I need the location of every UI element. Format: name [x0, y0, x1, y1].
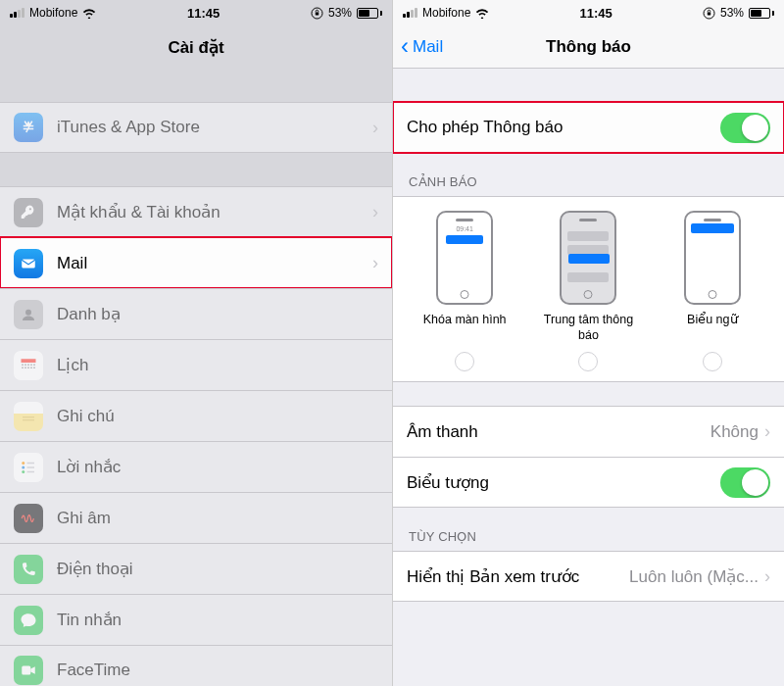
svg-rect-13: [30, 367, 32, 368]
back-button[interactable]: ‹ Mail: [401, 25, 443, 68]
settings-row-mail[interactable]: Mail ›: [0, 237, 392, 288]
alert-option-banners[interactable]: Biểu ngữ: [659, 211, 766, 371]
row-label: Tin nhắn: [57, 610, 378, 630]
phone-icon: [14, 555, 43, 584]
settings-row-notes[interactable]: Ghi chú: [0, 390, 392, 441]
rotation-lock-icon: [703, 7, 715, 20]
mail-icon: [14, 249, 43, 278]
battery-pct: 53%: [720, 6, 744, 20]
rotation-lock-icon: [311, 7, 323, 20]
nav-bar: Cài đặt: [0, 25, 392, 69]
settings-row-reminders[interactable]: Lời nhắc: [0, 441, 392, 492]
alert-label: Trung tâm thông báo: [534, 313, 642, 344]
notifications-screen: Mobifone 11:45 53% ‹ Mail Thông báo Cho …: [392, 0, 784, 686]
contacts-icon: [14, 300, 43, 329]
settings-row-messages[interactable]: Tin nhắn: [0, 594, 392, 645]
show-previews-row[interactable]: Hiển thị Bản xem trước Luôn luôn (Mặc...…: [393, 551, 784, 602]
signal-icon: [10, 8, 24, 18]
facetime-icon: [14, 656, 43, 685]
svg-rect-11: [24, 367, 26, 368]
carrier-label: Mobifone: [29, 6, 77, 20]
settings-row-passwords[interactable]: Mật khẩu & Tài khoản ›: [0, 186, 392, 237]
back-label: Mail: [413, 37, 443, 57]
sounds-row[interactable]: Âm thanh Không ›: [393, 406, 784, 457]
radio-unchecked-icon[interactable]: [703, 352, 722, 371]
radio-unchecked-icon[interactable]: [455, 352, 474, 371]
row-label: Ghi chú: [57, 407, 378, 426]
svg-rect-6: [24, 364, 26, 366]
chevron-right-icon: ›: [764, 566, 770, 587]
settings-row-contacts[interactable]: Danh bạ: [0, 288, 392, 339]
row-label: iTunes & App Store: [57, 118, 372, 137]
svg-rect-4: [22, 359, 36, 363]
svg-point-19: [22, 470, 24, 473]
svg-rect-14: [33, 367, 35, 368]
nav-bar: ‹ Mail Thông báo: [393, 25, 784, 69]
notification-center-preview-icon: [560, 211, 616, 305]
signal-icon: [403, 8, 417, 18]
svg-rect-25: [708, 12, 710, 15]
svg-rect-7: [27, 364, 29, 366]
settings-row-facetime[interactable]: FaceTime: [0, 645, 392, 686]
status-bar: Mobifone 11:45 53%: [393, 0, 784, 25]
voicememos-icon: [14, 504, 43, 533]
notes-icon: [14, 402, 43, 431]
alert-label: Biểu ngữ: [687, 313, 737, 344]
appstore-icon: [14, 113, 43, 142]
battery-pct: 53%: [328, 6, 352, 20]
messages-icon: [14, 606, 43, 635]
row-label: Danh bạ: [57, 304, 378, 324]
settings-row-phone[interactable]: Điện thoại: [0, 543, 392, 594]
row-value: Luôn luôn (Mặc...: [629, 566, 759, 587]
carrier-label: Mobifone: [422, 6, 470, 20]
battery-icon: [749, 8, 774, 19]
allow-notifications-row[interactable]: Cho phép Thông báo: [393, 102, 784, 153]
page-title: Cài đặt: [168, 37, 223, 58]
row-label: Biểu tượng: [407, 472, 720, 493]
row-label: Điện thoại: [57, 559, 378, 579]
wifi-icon: [475, 8, 489, 19]
settings-row-itunes[interactable]: iTunes & App Store ›: [0, 102, 392, 153]
lockscreen-preview-icon: 09:41: [436, 211, 493, 305]
settings-screen: Mobifone 11:45 53% Cài đặt iTunes & App …: [0, 0, 392, 686]
badges-row[interactable]: Biểu tượng: [393, 457, 784, 508]
svg-rect-10: [22, 367, 24, 368]
alerts-section-header: CẢNH BÁO: [393, 153, 784, 196]
alert-label: Khóa màn hình: [423, 313, 507, 344]
chevron-left-icon: ‹: [401, 34, 409, 58]
status-time: 11:45: [187, 6, 220, 21]
svg-point-18: [22, 466, 24, 468]
svg-point-3: [25, 309, 31, 315]
radio-unchecked-icon[interactable]: [578, 352, 598, 371]
svg-rect-9: [33, 364, 35, 366]
svg-rect-12: [27, 367, 29, 368]
alert-styles-group: 09:41 Khóa màn hình Trung tâm thông báo: [393, 196, 784, 382]
allow-notifications-toggle[interactable]: [720, 113, 770, 143]
svg-rect-23: [22, 666, 30, 675]
row-label: FaceTime: [57, 661, 378, 680]
svg-rect-5: [22, 364, 24, 366]
alert-option-lockscreen[interactable]: 09:41 Khóa màn hình: [411, 211, 518, 371]
battery-icon: [357, 8, 382, 19]
chevron-right-icon: ›: [372, 202, 378, 222]
row-label: Cho phép Thông báo: [407, 118, 720, 137]
row-label: Lời nhắc: [57, 457, 378, 477]
row-label: Âm thanh: [407, 422, 710, 442]
reminders-icon: [14, 453, 43, 482]
page-title: Thông báo: [546, 37, 631, 57]
status-time: 11:45: [580, 6, 612, 21]
alert-option-notification-center[interactable]: Trung tâm thông báo: [534, 211, 642, 371]
banner-preview-icon: [684, 211, 741, 305]
chevron-right-icon: ›: [764, 421, 770, 442]
settings-row-calendar[interactable]: Lịch: [0, 339, 392, 390]
row-label: Ghi âm: [57, 509, 378, 528]
settings-row-voicememos[interactable]: Ghi âm: [0, 492, 392, 543]
chevron-right-icon: ›: [372, 253, 378, 273]
chevron-right-icon: ›: [372, 118, 378, 138]
svg-rect-8: [30, 364, 32, 366]
row-label: Hiển thị Bản xem trước: [407, 566, 629, 587]
row-label: Lịch: [57, 355, 378, 375]
svg-rect-2: [22, 259, 35, 268]
badges-toggle[interactable]: [720, 467, 770, 498]
status-bar: Mobifone 11:45 53%: [0, 0, 392, 25]
